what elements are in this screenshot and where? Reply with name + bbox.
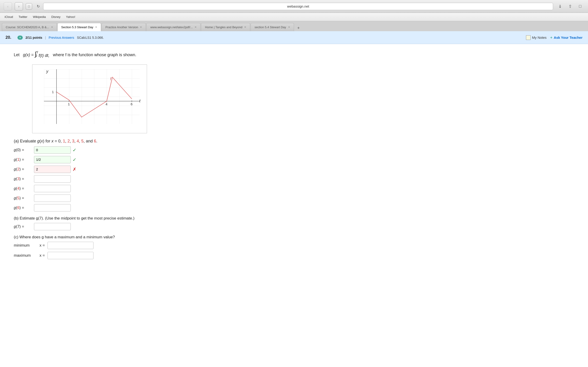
points-text: 2/11 points <box>26 36 42 40</box>
g1-checkmark: ✓ <box>73 157 77 162</box>
new-tab-button[interactable]: □ <box>576 2 584 10</box>
g7-input[interactable] <box>34 223 71 230</box>
browser-actions: ⇓ ⇧ □ <box>556 2 584 10</box>
g0-row: g(0) = ✓ <box>14 146 574 154</box>
address-bar-container: ↻ webassign.net <box>35 3 553 10</box>
g5-row: g(5) = <box>14 194 574 202</box>
integral-symbol: ∫ t 0 <box>35 51 37 57</box>
tabs-bar: Course: SC/CHEM2020 A, B &... ✕ Section … <box>0 21 588 31</box>
bookmark-yahoo[interactable]: Yahoo! <box>66 15 75 19</box>
integral-notation: ∫ t 0 f(t) dt, <box>35 51 50 59</box>
tab-section54[interactable]: section 5.4 Stewart Day ✕ <box>251 23 294 31</box>
svg-rect-0 <box>44 69 140 124</box>
maximum-row: maximum x = <box>14 252 574 259</box>
refresh-button[interactable]: ↻ <box>35 3 41 10</box>
bookmark-wikipedia[interactable]: Wikipedia <box>33 15 46 19</box>
tab-webassign-close[interactable]: ✕ <box>195 26 197 29</box>
g2-input[interactable] <box>34 166 71 173</box>
previous-answers-link[interactable]: Previous Answers <box>49 36 74 40</box>
tab-tangles-close[interactable]: ✕ <box>244 26 246 29</box>
separator: | <box>45 36 46 40</box>
g7-row: g(7) = <box>14 223 574 230</box>
integral-body: f(t) dt, <box>39 51 49 59</box>
g6-row: g(6) = <box>14 204 574 211</box>
g4-label: g(4) = <box>14 186 32 191</box>
graph-container: y t f 1 4 6 1 <box>32 65 147 133</box>
back-button[interactable]: ‹ <box>4 2 12 10</box>
tab-overview-button[interactable]: □ <box>26 3 32 10</box>
maximum-x-label: x = <box>40 253 45 258</box>
tab-webassign-label: www.webassign.net/latex2pdf/... <box>150 25 193 29</box>
download-button[interactable]: ⇓ <box>556 2 564 10</box>
gx-label: g(x) <box>23 52 30 57</box>
tab-tangles[interactable]: Home | Tangles and Beyond ✕ <box>201 23 250 31</box>
g1-row: g(1) = ✓ <box>14 156 574 163</box>
svg-text:t: t <box>139 99 141 103</box>
notes-icon <box>526 35 531 40</box>
share-button[interactable]: ⇧ <box>566 2 574 10</box>
forward-button[interactable]: › <box>15 2 23 10</box>
points-badge: + <box>17 35 23 40</box>
intro-post: where f is the function whose graph is s… <box>53 52 136 57</box>
browser-window: ‹ › □ ↻ webassign.net ⇓ ⇧ □ iCloud Twitt… <box>0 0 588 365</box>
g6-input[interactable] <box>34 204 71 211</box>
intro-pre: Let <box>14 52 19 57</box>
svg-text:1: 1 <box>52 90 54 94</box>
g4-input[interactable] <box>34 185 71 192</box>
g5-input[interactable] <box>34 194 71 202</box>
g0-label: g(0) = <box>14 148 32 152</box>
g6-label: g(6) = <box>14 206 32 210</box>
bookmark-icloud[interactable]: iCloud <box>5 15 13 19</box>
g5-label: g(5) = <box>14 196 32 200</box>
g2-row: g(2) = ✗ <box>14 166 574 173</box>
tab-section53[interactable]: Section 5.3 Stewart Day ✕ <box>57 23 101 31</box>
g7-label: g(7) = <box>14 224 32 229</box>
my-notes-button[interactable]: My Notes <box>526 35 546 40</box>
tab-course[interactable]: Course: SC/CHEM2020 A, B &... ✕ <box>2 23 57 31</box>
tab-practice-label: Practice Another Version <box>105 25 138 29</box>
address-bar[interactable]: webassign.net <box>43 3 553 10</box>
part-c-intro: (c) Where does g have a maximum and a mi… <box>14 235 574 240</box>
svg-text:6: 6 <box>131 102 132 106</box>
new-tab-plus[interactable]: + <box>295 25 302 31</box>
g3-input[interactable] <box>34 175 71 183</box>
titlebar: ‹ › □ ↻ webassign.net ⇓ ⇧ □ <box>0 0 588 13</box>
ask-teacher-button[interactable]: + Ask Your Teacher <box>550 35 582 40</box>
minimum-x-label: x = <box>40 243 45 248</box>
g4-row: g(4) = <box>14 185 574 192</box>
ask-icon: + <box>550 35 552 40</box>
minimum-label: minimum <box>14 243 37 248</box>
question-bar: 20. + 2/11 points | Previous Answers SCa… <box>0 31 588 44</box>
tab-section53-close[interactable]: ✕ <box>95 26 97 29</box>
integral-upper: t <box>37 50 38 54</box>
part-b-intro: (b) Estimate g(7). (Use the midpoint to … <box>14 216 574 221</box>
g3-row: g(3) = <box>14 175 574 183</box>
maximum-label: maximum <box>14 253 37 258</box>
question-bar-right: My Notes + Ask Your Teacher <box>526 35 582 40</box>
integral-lower: 0 <box>35 54 37 57</box>
question-number: 20. <box>6 35 15 40</box>
tab-course-label: Course: SC/CHEM2020 A, B &... <box>6 25 49 29</box>
ask-teacher-label: Ask Your Teacher <box>554 35 582 40</box>
svg-text:4: 4 <box>106 102 107 106</box>
bookmark-twitter[interactable]: Twitter <box>19 15 27 19</box>
question-code: SCalcLS1 5.3.066. <box>77 36 104 40</box>
g1-input[interactable] <box>34 156 71 163</box>
bookmark-disney[interactable]: Disney <box>52 15 61 19</box>
g0-input[interactable] <box>34 146 71 154</box>
svg-text:1: 1 <box>68 102 70 106</box>
svg-text:y: y <box>46 69 48 74</box>
my-notes-label: My Notes <box>532 35 546 40</box>
maximum-input[interactable] <box>48 252 94 259</box>
minimum-row: minimum x = <box>14 242 574 249</box>
tab-webassign[interactable]: www.webassign.net/latex2pdf/... ✕ <box>146 23 200 31</box>
g0-checkmark: ✓ <box>73 147 77 153</box>
tab-practice[interactable]: Practice Another Version ✕ <box>102 23 146 31</box>
tab-practice-close[interactable]: ✕ <box>140 26 142 29</box>
tab-section53-label: Section 5.3 Stewart Day <box>61 25 93 29</box>
tab-section54-close[interactable]: ✕ <box>288 26 290 29</box>
minimum-input[interactable] <box>48 242 94 249</box>
part-a-intro: (a) Evaluate g(x) for x = 0, 1, 2, 3, 4,… <box>14 139 574 144</box>
main-content: Let g(x) = ∫ t 0 f(t) dt, where f is the… <box>0 44 588 365</box>
tab-course-close[interactable]: ✕ <box>51 26 53 29</box>
